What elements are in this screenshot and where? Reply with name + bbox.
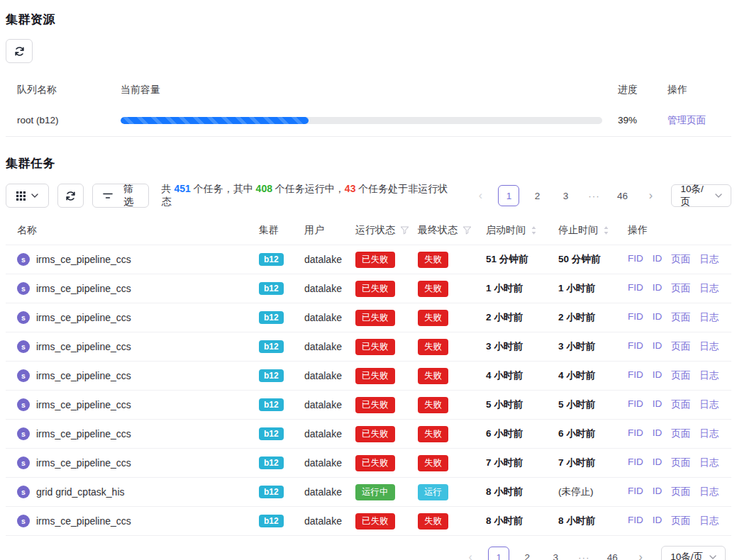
- action-link[interactable]: FID: [628, 311, 643, 324]
- resources-refresh-button[interactable]: [6, 39, 33, 63]
- spark-avatar-icon: s: [17, 515, 30, 527]
- final-status-cell: 失败: [418, 252, 486, 268]
- page-ellipsis: ···: [573, 547, 594, 560]
- page-number[interactable]: 3: [545, 547, 566, 560]
- task-name: irms_ce_pipeline_ccs: [36, 428, 131, 439]
- action-link[interactable]: FID: [628, 398, 643, 411]
- action-link[interactable]: ID: [653, 369, 663, 382]
- action-link[interactable]: 日志: [699, 253, 719, 266]
- action-link[interactable]: ID: [653, 311, 663, 324]
- action-link[interactable]: FID: [628, 369, 643, 382]
- run-status-cell: 已失败: [355, 397, 418, 413]
- action-link[interactable]: 页面: [671, 515, 690, 527]
- page-number[interactable]: 1: [498, 185, 519, 206]
- action-link[interactable]: FID: [628, 486, 643, 498]
- start-time: 7 小时前: [486, 457, 558, 469]
- col-user-label: 用户: [304, 224, 324, 237]
- sort-icon[interactable]: [603, 225, 609, 235]
- final-status-cell: 失败: [418, 310, 486, 326]
- action-link[interactable]: 日志: [699, 457, 719, 469]
- action-link[interactable]: 页面: [671, 369, 690, 382]
- action-link[interactable]: ID: [653, 398, 663, 411]
- action-link[interactable]: FID: [628, 515, 643, 527]
- action-link[interactable]: 页面: [671, 282, 690, 295]
- refresh-icon: [14, 46, 25, 57]
- action-link[interactable]: 页面: [671, 311, 690, 324]
- action-link[interactable]: 页面: [671, 398, 690, 411]
- page-size-label: 10条/页: [680, 183, 709, 208]
- action-link[interactable]: 日志: [699, 282, 719, 295]
- page-number[interactable]: 46: [611, 185, 633, 206]
- page-number[interactable]: 2: [526, 185, 548, 206]
- filter-funnel-icon[interactable]: [400, 226, 409, 235]
- action-link[interactable]: ID: [653, 427, 663, 440]
- action-link[interactable]: ID: [653, 515, 663, 527]
- actions-cell: FIDID页面日志: [628, 282, 720, 295]
- action-link[interactable]: 日志: [699, 515, 719, 527]
- filter-button[interactable]: 筛选: [92, 184, 148, 208]
- bottom-pager-wrap: ‹123···46›10条/页: [6, 546, 726, 560]
- cluster-badge: b12: [259, 311, 284, 324]
- cluster-resources-table: 队列名称 当前容量 进度 操作 root (b12) 39% 管理页面: [6, 76, 731, 137]
- col-run-status: 运行状态: [355, 224, 418, 237]
- cluster-badge: b12: [259, 340, 284, 353]
- action-link[interactable]: 页面: [671, 457, 690, 469]
- page-number[interactable]: 46: [602, 547, 623, 560]
- prev-page-icon[interactable]: ‹: [470, 185, 491, 206]
- task-name: irms_ce_pipeline_ccs: [36, 457, 131, 469]
- action-link[interactable]: 页面: [671, 253, 690, 266]
- summary-mid2: 个任务运行中，: [272, 183, 345, 194]
- prev-page-icon[interactable]: ‹: [460, 547, 481, 560]
- action-link[interactable]: ID: [653, 282, 663, 295]
- action-link[interactable]: FID: [628, 427, 643, 440]
- next-page-icon[interactable]: ›: [630, 547, 651, 560]
- action-link[interactable]: FID: [628, 253, 643, 266]
- action-link[interactable]: FID: [628, 457, 643, 469]
- resources-header-row: 队列名称 当前容量 进度 操作: [6, 76, 731, 104]
- action-link[interactable]: 日志: [699, 427, 719, 440]
- spark-avatar-icon: s: [17, 457, 30, 469]
- sort-icon[interactable]: [531, 225, 537, 235]
- cluster-cell: b12: [259, 282, 304, 295]
- action-link[interactable]: 日志: [699, 369, 719, 382]
- action-link[interactable]: ID: [653, 340, 663, 353]
- start-time: 3 小时前: [486, 340, 558, 353]
- action-link[interactable]: ID: [653, 457, 663, 469]
- tasks-refresh-button[interactable]: [57, 184, 84, 208]
- action-link[interactable]: ID: [653, 253, 663, 266]
- action-link[interactable]: 日志: [699, 486, 719, 498]
- action-link[interactable]: 日志: [699, 398, 719, 411]
- action-link[interactable]: 页面: [671, 340, 690, 353]
- manage-page-link[interactable]: 管理页面: [667, 114, 720, 127]
- task-name: irms_ce_pipeline_ccs: [36, 399, 131, 410]
- action-link[interactable]: FID: [628, 282, 643, 295]
- action-link[interactable]: 页面: [671, 427, 690, 440]
- page-size-select[interactable]: 10条/页: [671, 184, 731, 207]
- page-number[interactable]: 1: [488, 547, 509, 560]
- action-link[interactable]: FID: [628, 340, 643, 353]
- cluster-cell: b12: [259, 398, 304, 411]
- start-time: 8 小时前: [486, 515, 558, 527]
- next-page-icon[interactable]: ›: [640, 185, 661, 206]
- page-number[interactable]: 3: [555, 185, 576, 206]
- user-cell: datalake: [304, 254, 355, 265]
- task-name: irms_ce_pipeline_ccs: [36, 370, 131, 381]
- filter-funnel-icon[interactable]: [462, 226, 472, 235]
- task-name: irms_ce_pipeline_ccs: [36, 312, 131, 323]
- cluster-cell: b12: [259, 369, 304, 382]
- action-link[interactable]: 日志: [699, 340, 719, 353]
- resource-row: root (b12) 39% 管理页面: [6, 104, 731, 137]
- action-link[interactable]: 页面: [671, 486, 690, 498]
- final-status-badge: 失败: [418, 455, 448, 471]
- page-number[interactable]: 2: [516, 547, 538, 560]
- tasks-summary: 共 451 个任务，其中 408 个任务运行中，43 个任务处于非运行状态: [162, 183, 453, 208]
- cluster-badge: b12: [259, 282, 284, 295]
- final-status-badge: 失败: [418, 368, 448, 384]
- total-tasks-count: 451: [174, 183, 190, 194]
- action-link[interactable]: 日志: [699, 311, 719, 324]
- page-size-select[interactable]: 10条/页: [661, 546, 726, 560]
- start-time: 2 小时前: [486, 311, 558, 324]
- cluster-cell: b12: [259, 486, 304, 498]
- action-link[interactable]: ID: [653, 486, 663, 498]
- view-mode-dropdown-button[interactable]: [6, 184, 49, 208]
